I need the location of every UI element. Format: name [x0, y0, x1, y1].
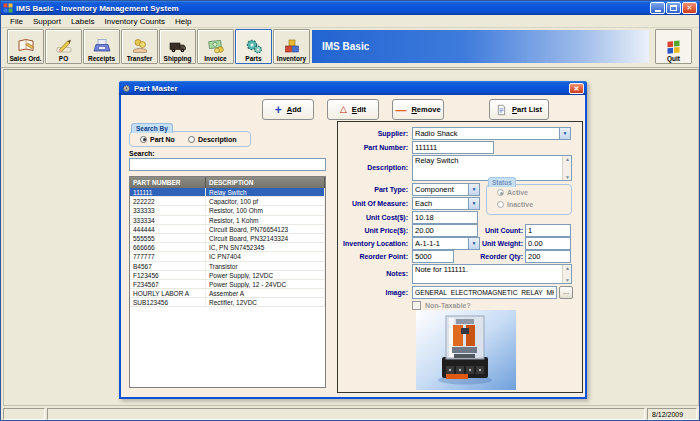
remove-button-label: Remove [411, 105, 440, 114]
radio-active[interactable]: Active [497, 189, 528, 196]
part-number-cell[interactable]: 222222 [130, 197, 206, 205]
reorder-qty-label: Reorder Qty: [463, 250, 523, 263]
reorder-qty-field[interactable] [525, 250, 571, 263]
supplier-combo[interactable]: Radio Shack ▼ [412, 127, 571, 140]
part-number-cell[interactable]: 333333 [130, 206, 206, 214]
toolbar-button-parts[interactable]: Parts [235, 29, 272, 64]
plus-icon: + [275, 105, 282, 115]
radio-description[interactable]: Description [188, 136, 237, 143]
part-number-cell[interactable]: 111111 [130, 188, 206, 196]
scroll-up-icon[interactable]: ▲ [563, 156, 572, 162]
part-master-dialog: Part Master ✕ + Add △ Edit — Remove [119, 81, 587, 399]
toolbar-button-label: PO [59, 55, 68, 62]
notes-field[interactable]: Note for 111111. ▲▼ [412, 264, 572, 284]
notes-value: Note for 111111. [415, 266, 561, 274]
toolbar-button-sales-order[interactable]: Sales Ord. [7, 29, 44, 64]
part-number-cell[interactable]: 555555 [130, 234, 206, 242]
radio-dot [140, 136, 147, 143]
non-taxable-checkbox[interactable] [412, 301, 421, 310]
part-number-column-header[interactable]: PART NUMBER [130, 177, 206, 188]
toolbar-button-receipts[interactable]: Receipts [83, 29, 120, 64]
browse-button[interactable]: ... [559, 286, 573, 299]
part-number-cell[interactable]: 444444 [130, 225, 206, 233]
scrollbar[interactable]: ▲▼ [562, 156, 571, 180]
scroll-up-icon[interactable]: ▲ [563, 265, 572, 271]
status-date: 8/12/2009 [647, 408, 697, 420]
app-window: IMS Basic - Inventory Management System … [0, 0, 700, 421]
image-filename-field[interactable] [412, 286, 557, 299]
unit-weight-field[interactable] [525, 237, 571, 250]
windows-logo-icon [665, 39, 683, 55]
scroll-down-icon[interactable]: ▼ [563, 277, 572, 283]
table-row[interactable]: SUB123456Rectifier, 12VDC [130, 298, 325, 307]
toolbar-button-invoice[interactable]: Invoice [197, 29, 234, 64]
unit-cost-field[interactable] [412, 211, 478, 224]
inventory-location-value: A-1-1-1 [415, 238, 467, 249]
dialog-close-icon[interactable]: ✕ [569, 83, 584, 94]
toolbar-button-label: Sales Ord. [9, 55, 41, 62]
toolbar-button-transfer[interactable]: Transfer [121, 29, 158, 64]
transfer-icon [130, 38, 150, 55]
quit-button[interactable]: Quit [655, 29, 692, 64]
search-by-group-label: Search By [131, 123, 173, 133]
part-number-cell[interactable]: 777777 [130, 252, 206, 260]
supplier-label: Supplier: [288, 127, 408, 140]
unit-of-measure-combo[interactable]: Each ▼ [412, 197, 480, 210]
app-icon [3, 3, 13, 13]
chevron-down-icon[interactable]: ▼ [468, 198, 479, 209]
chevron-down-icon[interactable]: ▼ [559, 128, 570, 139]
part-number-cell[interactable]: HOURLY LABOR A [130, 289, 206, 297]
unit-price-label: Unit Price($): [288, 224, 408, 237]
unit-cost-label: Unit Cost($): [288, 211, 408, 224]
part-number-cell[interactable]: 333334 [130, 216, 206, 224]
close-button[interactable]: ✕ [682, 2, 697, 14]
restore-button[interactable] [666, 2, 681, 14]
app-title: IMS Basic - Inventory Management System [16, 4, 179, 13]
scroll-down-icon[interactable]: ▼ [563, 174, 572, 180]
description-cell[interactable]: Rectifier, 12VDC [206, 298, 325, 306]
image-label: Image: [288, 286, 408, 299]
unit-of-measure-value: Each [415, 198, 467, 209]
supplier-value: Radio Shack [415, 128, 558, 139]
search-label: Search: [129, 150, 155, 157]
reorder-point-label: Reorder Point: [288, 250, 408, 263]
part-number-cell[interactable]: 666666 [130, 243, 206, 251]
unit-count-field[interactable] [525, 224, 571, 237]
part-detail-panel: Supplier: Radio Shack ▼ Part Number: Rel… [337, 121, 583, 393]
radio-part-no[interactable]: Part No [140, 136, 175, 143]
description-value: Relay Switch [415, 157, 561, 165]
scrollbar[interactable]: ▲▼ [562, 265, 571, 283]
menu-support[interactable]: Support [28, 17, 66, 26]
menu-help[interactable]: Help [170, 17, 196, 26]
menu-labels[interactable]: Labels [66, 17, 100, 26]
toolbar-button-label: Shipping [164, 55, 192, 62]
minus-icon: — [395, 106, 406, 114]
dialog-titlebar[interactable]: Part Master ✕ [119, 81, 587, 95]
toolbar-button-label: Inventory [277, 55, 306, 62]
part-type-combo[interactable]: Component ▼ [412, 183, 480, 196]
toolbar-button-inventory[interactable]: Inventory [273, 29, 310, 64]
add-button[interactable]: + Add [262, 99, 314, 120]
part-number-cell[interactable]: F123456 [130, 271, 206, 279]
toolbar-button-shipping[interactable]: Shipping [159, 29, 196, 64]
edit-button[interactable]: △ Edit [327, 99, 379, 120]
chevron-down-icon[interactable]: ▼ [468, 184, 479, 195]
part-number-cell[interactable]: SUB123456 [130, 298, 206, 306]
part-list-button[interactable]: Part List [489, 99, 549, 120]
part-number-cell[interactable]: F234567 [130, 280, 206, 288]
menu-inventory-counts[interactable]: Inventory Counts [100, 17, 170, 26]
dialog-actionbar: + Add △ Edit — Remove Part List [121, 95, 585, 121]
part-number-field[interactable] [412, 141, 494, 154]
status-panel-main [47, 408, 645, 420]
radio-part-no-label: Part No [150, 136, 175, 143]
app-titlebar: IMS Basic - Inventory Management System … [1, 1, 699, 15]
toolbar-button-po[interactable]: PO [45, 29, 82, 64]
menu-file[interactable]: File [5, 17, 28, 26]
part-number-label: Part Number: [288, 141, 408, 154]
invoice-icon [206, 38, 226, 55]
reorder-point-field[interactable] [412, 250, 454, 263]
quit-button-label: Quit [667, 55, 680, 62]
part-number-cell[interactable]: B4567 [130, 262, 206, 270]
remove-button[interactable]: — Remove [392, 99, 444, 120]
minimize-button[interactable] [650, 2, 665, 14]
